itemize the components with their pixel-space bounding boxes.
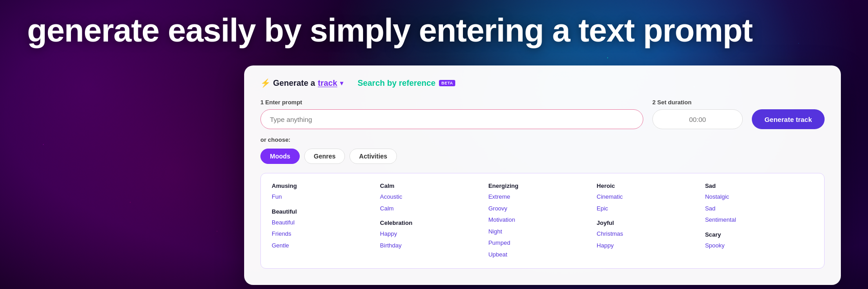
mood-column-4: Heroic Cinematic Epic Joyful Christmas H…	[597, 182, 705, 259]
mood-friends[interactable]: Friends	[272, 229, 380, 239]
main-card: ⚡ Generate a track ▾ Search by reference…	[244, 65, 841, 285]
mood-happy-joyful[interactable]: Happy	[597, 241, 705, 251]
category-heroic: Heroic	[597, 182, 705, 189]
generate-prefix: Generate a	[273, 79, 315, 88]
moods-grid: Amusing Fun Beautiful Beautiful Friends …	[272, 182, 813, 259]
category-beautiful: Beautiful	[272, 208, 380, 215]
duration-label: 2 Set duration	[652, 99, 743, 106]
search-ref-label: Search by reference	[358, 79, 435, 88]
mood-beautiful[interactable]: Beautiful	[272, 218, 380, 228]
mood-column-1: Amusing Fun Beautiful Beautiful Friends …	[272, 182, 380, 259]
chevron-down-icon[interactable]: ▾	[340, 79, 343, 87]
moods-grid-container: Amusing Fun Beautiful Beautiful Friends …	[260, 173, 825, 269]
mood-spooky[interactable]: Spooky	[705, 241, 813, 251]
generate-tab[interactable]: ⚡ Generate a track ▾	[260, 78, 343, 88]
mood-happy-celebration[interactable]: Happy	[380, 229, 489, 239]
mood-calm[interactable]: Calm	[380, 204, 489, 214]
duration-input[interactable]	[652, 109, 743, 129]
mood-epic[interactable]: Epic	[597, 204, 705, 214]
mood-sad[interactable]: Sad	[705, 204, 813, 214]
search-by-reference-tab[interactable]: Search by reference BETA	[358, 79, 455, 88]
form-row: 1 Enter prompt 2 Set duration Generate t…	[260, 99, 825, 129]
tab-moods[interactable]: Moods	[260, 149, 300, 164]
category-joyful: Joyful	[597, 219, 705, 226]
mood-nostalgic[interactable]: Nostalgic	[705, 192, 813, 202]
mood-extreme[interactable]: Extreme	[488, 192, 597, 202]
mood-column-5: Sad Nostalgic Sad Sentimental Scary Spoo…	[705, 182, 813, 259]
tab-genres[interactable]: Genres	[304, 149, 345, 164]
card-header: ⚡ Generate a track ▾ Search by reference…	[260, 78, 825, 88]
category-scary: Scary	[705, 231, 813, 238]
prompt-input[interactable]	[260, 109, 643, 129]
mood-pumped[interactable]: Pumped	[488, 238, 597, 248]
mood-acoustic[interactable]: Acoustic	[380, 192, 489, 202]
track-link[interactable]: track	[318, 79, 337, 88]
mood-christmas[interactable]: Christmas	[597, 229, 705, 239]
hero-title: generate easily by simply entering a tex…	[27, 13, 841, 48]
tab-activities[interactable]: Activities	[349, 149, 396, 164]
mood-night[interactable]: Night	[488, 227, 597, 237]
mood-sentimental[interactable]: Sentimental	[705, 215, 813, 225]
prompt-field-group: 1 Enter prompt	[260, 99, 643, 129]
category-amusing: Amusing	[272, 182, 380, 189]
mood-gentle[interactable]: Gentle	[272, 241, 380, 251]
duration-field-group: 2 Set duration	[652, 99, 743, 129]
mood-upbeat[interactable]: Upbeat	[488, 250, 597, 260]
beta-badge: BETA	[439, 80, 455, 86]
mood-fun[interactable]: Fun	[272, 192, 380, 202]
mood-tabs-row: Moods Genres Activities	[260, 149, 825, 164]
or-choose-label: or choose:	[260, 136, 825, 143]
mood-cinematic[interactable]: Cinematic	[597, 192, 705, 202]
generate-track-button[interactable]: Generate track	[752, 109, 825, 129]
mood-column-3: Energizing Extreme Groovy Motivation Nig…	[488, 182, 597, 259]
lightning-icon: ⚡	[260, 78, 270, 88]
category-sad: Sad	[705, 182, 813, 189]
category-calm: Calm	[380, 182, 489, 189]
mood-groovy[interactable]: Groovy	[488, 204, 597, 214]
prompt-label: 1 Enter prompt	[260, 99, 643, 106]
category-energizing: Energizing	[488, 182, 597, 189]
mood-motivation[interactable]: Motivation	[488, 215, 597, 225]
mood-column-2: Calm Acoustic Calm Celebration Happy Bir…	[380, 182, 489, 259]
mood-birthday[interactable]: Birthday	[380, 241, 489, 251]
category-celebration: Celebration	[380, 219, 489, 226]
